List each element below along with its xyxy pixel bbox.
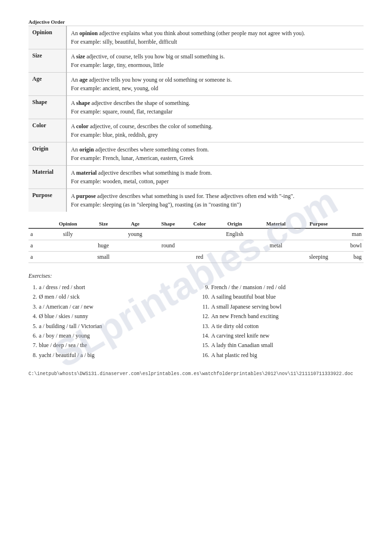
exercise-number: 11. — [201, 302, 209, 311]
exercise-number: 5. — [28, 321, 37, 331]
category-row: SizeA size adjective, of course, tells y… — [28, 49, 364, 73]
list-item: 13.A tie dirty old cotton — [201, 321, 364, 331]
example-row: ahugeroundmetalbowl — [28, 240, 364, 252]
category-name: Opinion — [28, 26, 66, 49]
exercise-number: 6. — [28, 331, 37, 340]
exercises-left-col: 1.a / dress / red / short2.Ø men / old /… — [28, 282, 191, 360]
col-header: Age — [119, 219, 152, 228]
list-item: 8.yacht / beautiful / a / big — [28, 350, 191, 360]
list-item: 15.A lady thin Canadian small — [201, 340, 364, 350]
example-row: asillyyoungEnglishman — [28, 228, 364, 240]
example-cell: bag — [340, 252, 364, 263]
category-definition: A size adjective, of course, tells you h… — [66, 49, 364, 73]
list-item: 4.Ø blue / skies / sunny — [28, 311, 191, 321]
example-cell — [47, 240, 88, 252]
example-cell — [88, 228, 118, 240]
category-row: ShapeA shape adjective describes the sha… — [28, 96, 364, 119]
category-name: Material — [28, 166, 66, 189]
example-cell — [254, 252, 298, 263]
exercise-number: 12. — [201, 311, 209, 321]
col-header: Size — [88, 219, 118, 228]
bold-word: age — [79, 76, 87, 83]
bold-word: shape — [76, 100, 90, 106]
example-cell — [152, 228, 184, 240]
col-header: Color — [184, 219, 215, 228]
list-item: 9.French / the / mansion / red / old — [201, 282, 364, 292]
example-cell — [298, 228, 340, 240]
exercise-number: 1. — [28, 282, 37, 292]
exercise-number: 13. — [201, 321, 209, 331]
category-row: AgeAn age adjective tells you how young … — [28, 73, 364, 96]
example-cell: bowl — [340, 240, 364, 252]
page-wrapper: SLprintables.com Adjective Order Opinion… — [28, 19, 364, 376]
example-cell: round — [152, 240, 184, 252]
category-example: For example: square, round, flat, rectan… — [71, 107, 360, 116]
example-cell: a — [28, 240, 47, 252]
bold-word: material — [76, 169, 97, 176]
exercise-number: 7. — [28, 340, 37, 350]
category-example: For example: sleeping (as in "sleeping b… — [71, 200, 360, 209]
bold-word: size — [76, 53, 85, 60]
exercise-text: a / building / tall / Victorian — [39, 321, 102, 331]
exercise-number: 14. — [201, 331, 209, 340]
list-item: 11.A small Japanese serving bowl — [201, 302, 364, 311]
bold-word: color — [76, 123, 89, 130]
category-name: Shape — [28, 96, 66, 119]
list-item: 5.a / building / tall / Victorian — [28, 321, 191, 331]
category-row: MaterialA material adjective describes w… — [28, 166, 364, 189]
exercise-text: yacht / beautiful / a / big — [39, 350, 94, 360]
exercise-number: 3. — [28, 302, 37, 311]
category-row: OriginAn origin adjective describes wher… — [28, 142, 364, 166]
example-cell — [184, 228, 215, 240]
exercise-text: French / the / mansion / red / old — [211, 282, 286, 292]
category-row: OpinionAn opinion adjective explains wha… — [28, 26, 364, 49]
example-cell — [215, 240, 254, 252]
exercise-text: a / boy / mean / young — [39, 331, 90, 340]
category-definition: An opinion adjective explains what you t… — [66, 26, 364, 49]
exercise-number: 4. — [28, 311, 37, 321]
category-example: For example: silly, beautiful, horrible,… — [71, 38, 360, 46]
col-header: Opinion — [47, 219, 88, 228]
exercise-text: A tie dirty old cotton — [211, 321, 259, 331]
example-cell: huge — [88, 240, 118, 252]
example-cell — [254, 228, 298, 240]
exercise-text: Ø blue / skies / sunny — [39, 311, 88, 321]
adjective-order-table: OpinionAn opinion adjective explains wha… — [28, 26, 364, 212]
exercise-number: 9. — [201, 282, 209, 292]
example-cell — [152, 252, 184, 263]
exercise-text: An new French band exciting — [211, 311, 279, 321]
list-item: 12.An new French band exciting — [201, 311, 364, 321]
exercise-text: A carving steel knife new — [211, 331, 270, 340]
exercise-number: 15. — [201, 340, 209, 350]
col-header: Origin — [215, 219, 254, 228]
category-name: Purpose — [28, 189, 66, 212]
exercise-text: blue / deep / sea / the — [39, 340, 87, 350]
category-name: Size — [28, 49, 66, 73]
exercises-section: Exercises: 1.a / dress / red / short2.Ø … — [28, 273, 364, 360]
list-item: 14.A carving steel knife new — [201, 331, 364, 340]
category-definition: An origin adjective describes where some… — [66, 142, 364, 166]
list-item: 10.A sailing beautiful boat blue — [201, 292, 364, 301]
col-header: Shape — [152, 219, 184, 228]
example-cell: man — [340, 228, 364, 240]
exercise-number: 2. — [28, 292, 37, 301]
category-name: Origin — [28, 142, 66, 166]
col-header: Purpose — [298, 219, 340, 228]
list-item: 3.a / American / car / new — [28, 302, 191, 311]
exercises-columns: 1.a / dress / red / short2.Ø men / old /… — [28, 282, 364, 360]
example-cell — [298, 240, 340, 252]
category-example: For example: ancient, new, young, old — [71, 84, 360, 93]
col-header — [28, 219, 47, 228]
section-label: Adjective Order — [28, 19, 364, 25]
example-cell: red — [184, 252, 215, 263]
example-cell: small — [88, 252, 118, 263]
example-cell: a — [28, 252, 47, 263]
category-definition: An age adjective tells you how young or … — [66, 73, 364, 96]
list-item: 6.a / boy / mean / young — [28, 331, 191, 340]
bold-word: origin — [79, 146, 94, 153]
example-cell — [119, 240, 152, 252]
example-row: asmallredsleepingbag — [28, 252, 364, 263]
exercise-text: Ø men / old / sick — [39, 292, 80, 301]
category-definition: A color adjective, of course, describes … — [66, 119, 364, 142]
example-cell: a — [28, 228, 47, 240]
